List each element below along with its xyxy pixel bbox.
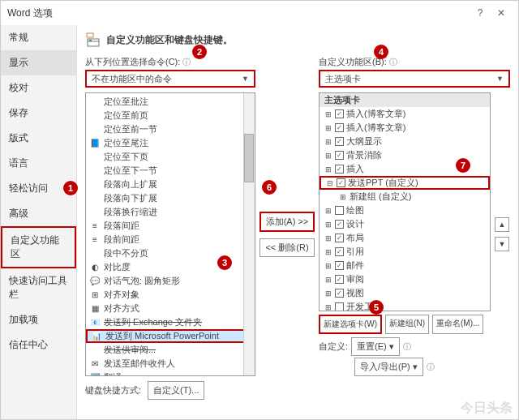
reset-button[interactable]: 重置(E) ▾: [351, 337, 400, 356]
tree-item[interactable]: ⊞✓引用: [320, 245, 490, 259]
tree-item[interactable]: ⊞✓审阅: [320, 272, 490, 286]
tree-item[interactable]: ⊞绘图: [320, 204, 490, 217]
info-icon: ⓘ: [427, 362, 435, 373]
sidebar-item[interactable]: 信任中心: [1, 332, 76, 358]
checkbox[interactable]: ✓: [335, 137, 344, 146]
keyboard-customize-button[interactable]: 自定义(T)...: [148, 381, 204, 400]
command-icon: ⊞: [89, 289, 101, 301]
new-tab-button[interactable]: 新建选项卡(W): [319, 315, 382, 334]
command-icon: ✉: [89, 358, 101, 370]
checkbox[interactable]: ✓: [337, 178, 345, 187]
expand-icon[interactable]: ⊟: [326, 179, 334, 187]
move-up-button[interactable]: ▲: [495, 217, 509, 232]
command-item[interactable]: 定位至前一节: [86, 122, 255, 136]
scrollbar[interactable]: [243, 93, 255, 375]
command-item[interactable]: 📧发送到 Exchange 文件夹: [86, 315, 255, 329]
checkbox[interactable]: ✓: [335, 247, 344, 256]
command-item[interactable]: ≡段前间距: [86, 233, 255, 246]
expand-icon[interactable]: ⊞: [324, 262, 332, 270]
expand-icon[interactable]: ⊞: [324, 165, 332, 174]
command-item[interactable]: 定位至下一节: [86, 164, 255, 178]
sidebar-item[interactable]: 自定义功能区: [1, 226, 76, 268]
sidebar-item[interactable]: 轻松访问1: [1, 176, 76, 201]
sidebar-item[interactable]: 显示: [1, 50, 76, 75]
command-item[interactable]: ⊞对齐对象: [86, 288, 255, 302]
checkbox[interactable]: ✓: [335, 289, 344, 298]
command-item[interactable]: 段落换行缩进: [86, 205, 255, 219]
tree-item[interactable]: ⊞✓插入(博客文章): [320, 107, 490, 121]
command-icon: [89, 96, 101, 108]
command-item[interactable]: 定位至下页: [86, 150, 255, 164]
expand-icon[interactable]: ⊞: [324, 152, 332, 160]
sidebar-item[interactable]: 保存: [1, 101, 76, 126]
command-icon: ≡: [89, 234, 101, 246]
sidebar-item[interactable]: 高级: [1, 201, 76, 226]
customize-ribbon-combo[interactable]: 主选项卡▼: [319, 70, 510, 88]
command-icon: 🔤: [89, 372, 101, 377]
command-item[interactable]: ▦对齐方式: [86, 302, 255, 315]
choose-commands-combo[interactable]: 不在功能区中的命令▼: [85, 70, 255, 88]
ribbon-tree[interactable]: 主选项卡⊞✓插入(博客文章)⊞✓插入(博客文章)⊞✓大纲显示⊞✓背景消除⊞✓插入…: [319, 92, 491, 311]
expand-icon[interactable]: ⊞: [324, 276, 332, 284]
badge-2: 2: [192, 45, 207, 59]
sidebar-item[interactable]: 校对: [1, 75, 76, 101]
sidebar-item[interactable]: 加载项: [1, 307, 76, 332]
command-item[interactable]: 发送供审阅...: [86, 343, 255, 357]
expand-icon[interactable]: ⊞: [324, 110, 332, 118]
expand-icon[interactable]: ⊞: [324, 234, 332, 242]
tree-item[interactable]: ⊞新建组 (自定义): [320, 190, 490, 204]
tree-item[interactable]: ⊞✓设计: [320, 217, 490, 231]
commands-listbox[interactable]: 定位至批注定位至前页定位至前一节📘定位至尾注定位至下页定位至下一节段落向上扩展段…: [85, 92, 255, 376]
sidebar-item[interactable]: 语言: [1, 151, 76, 176]
checkbox[interactable]: ✓: [335, 123, 344, 132]
expand-icon[interactable]: ⊞: [324, 303, 332, 311]
tree-item[interactable]: ⊞✓大纲显示: [320, 135, 490, 148]
expand-icon[interactable]: ⊞: [324, 207, 332, 215]
badge-1: 1: [63, 181, 78, 195]
checkbox[interactable]: ✓: [335, 165, 344, 174]
checkbox[interactable]: ✓: [335, 151, 344, 160]
remove-button[interactable]: << 删除(R): [260, 238, 314, 257]
command-item[interactable]: 定位至前页: [86, 109, 255, 122]
tree-item[interactable]: ⊞✓布局: [320, 231, 490, 245]
command-item[interactable]: 定位至批注: [86, 95, 255, 109]
tree-item[interactable]: ⊞✓邮件: [320, 259, 490, 272]
expand-icon[interactable]: ⊞: [324, 289, 332, 298]
import-export-button[interactable]: 导入/导出(P) ▾: [354, 358, 423, 376]
expand-icon[interactable]: ⊞: [324, 138, 332, 146]
new-group-button[interactable]: 新建组(N): [385, 315, 429, 334]
command-item[interactable]: 📘定位至尾注: [86, 136, 255, 150]
checkbox[interactable]: [335, 206, 344, 215]
command-item[interactable]: 📊发送到 Microsoft PowerPoint: [86, 329, 255, 343]
add-button[interactable]: 添加(A) >>: [260, 212, 315, 232]
ribbon-icon: [85, 32, 101, 48]
expand-icon[interactable]: ⊞: [324, 124, 332, 132]
checkbox[interactable]: ✓: [335, 261, 344, 270]
command-icon: ◐: [89, 262, 101, 273]
tree-item[interactable]: ⊞开发工具: [320, 300, 490, 311]
command-item[interactable]: 🔤翻译: [86, 371, 255, 376]
rename-button[interactable]: 重命名(M)...: [432, 315, 483, 334]
tree-item[interactable]: ⊞✓视图: [320, 286, 490, 300]
expand-icon[interactable]: ⊞: [324, 248, 332, 256]
command-item[interactable]: 段落向上扩展: [86, 178, 255, 191]
sidebar-item[interactable]: 版式: [1, 126, 76, 151]
checkbox[interactable]: ✓: [335, 220, 344, 229]
command-item[interactable]: 段落向下扩展: [86, 191, 255, 205]
command-item[interactable]: ≡段落间距: [86, 219, 255, 233]
checkbox[interactable]: ✓: [335, 275, 344, 284]
move-down-button[interactable]: ▼: [495, 237, 509, 251]
sidebar-item[interactable]: 常规: [1, 25, 76, 50]
sidebar-item[interactable]: 快速访问工具栏: [1, 268, 76, 307]
expand-icon[interactable]: ⊞: [324, 221, 332, 229]
tree-item[interactable]: ⊟✓发送PPT (自定义): [320, 176, 490, 190]
checkbox[interactable]: ✓: [335, 109, 344, 118]
help-button[interactable]: ?: [470, 5, 491, 21]
checkbox[interactable]: ✓: [335, 234, 344, 242]
command-item[interactable]: ✉发送至邮件收件人: [86, 357, 255, 371]
checkbox[interactable]: [335, 302, 344, 311]
tree-item[interactable]: ⊞✓插入(博客文章): [320, 121, 490, 135]
command-item[interactable]: 💬对话气泡: 圆角矩形: [86, 274, 255, 288]
expand-icon[interactable]: ⊞: [339, 193, 347, 201]
close-button[interactable]: ✕: [491, 5, 512, 21]
